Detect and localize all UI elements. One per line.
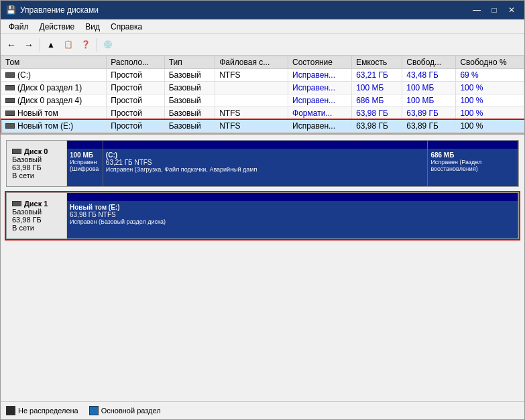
partition-size: 686 МБ — [430, 151, 515, 159]
table-cell: 63,89 ГБ — [402, 120, 456, 133]
col-rasp[interactable]: Располо... — [107, 56, 165, 69]
table-cell: Простой — [107, 120, 165, 133]
partition-size: 63,21 ГБ NTFS — [106, 159, 425, 166]
table-cell: Исправен... — [288, 120, 352, 133]
table-cell: 100 МБ — [402, 82, 456, 94]
table-cell: 100 % — [456, 82, 524, 94]
table-cell: 100 % — [456, 94, 524, 107]
disk-status: В сети — [12, 171, 61, 180]
table-cell: NTFS — [215, 107, 288, 120]
table-cell: Базовый — [164, 120, 215, 133]
toolbar-sep1 — [40, 38, 40, 52]
table-row[interactable]: Новый том (E:)ПростойБазовыйNTFSИсправен… — [1, 120, 524, 133]
partition-size: 100 МБ — [70, 151, 100, 159]
menu-file[interactable]: Файл — [3, 21, 34, 33]
window-title: Управление дисками — [20, 5, 99, 15]
maximize-button[interactable]: □ — [487, 4, 502, 16]
disk-row[interactable]: Диск 0 Базовый 63,98 ГБ В сети 100 МБИсп… — [6, 140, 519, 187]
menu-view[interactable]: Вид — [80, 21, 105, 33]
menu-action[interactable]: Действие — [34, 21, 80, 33]
partition-body: Новый том (E:)63,98 ГБ NTFSИсправен (Баз… — [67, 201, 518, 238]
title-bar-left: 💾 Управление дисками — [6, 5, 99, 15]
col-free[interactable]: Свобод... — [402, 56, 456, 69]
table-row[interactable]: (Диск 0 раздел 4)ПростойБазовыйИсправен.… — [1, 94, 524, 107]
partition-size: 63,98 ГБ NTFS — [70, 211, 515, 218]
table-cell — [215, 82, 288, 94]
menu-help[interactable]: Справка — [105, 21, 148, 33]
disk-label-title: Диск 1 — [12, 200, 61, 208]
disk-label: Диск 1 Базовый 63,98 ГБ В сети — [7, 193, 67, 238]
legend-primary: Основной раздел — [89, 406, 161, 415]
table-cell: Базовый — [164, 94, 215, 107]
partition-header — [428, 141, 518, 149]
table-cell: Новый том — [1, 107, 107, 120]
table-row[interactable]: Новый томПростойБазовыйNTFSФормати...63,… — [1, 107, 524, 120]
col-cap[interactable]: Емкость — [352, 56, 402, 69]
toolbar-help[interactable]: ❓ — [78, 37, 94, 53]
minimize-button[interactable]: — — [469, 4, 484, 16]
col-type[interactable]: Тип — [164, 56, 215, 69]
partition-header — [67, 193, 518, 201]
partition-body: 100 МБИсправен (Шифрова — [67, 149, 103, 186]
partition-label: (C:) — [106, 151, 425, 159]
toolbar-back[interactable]: ← — [3, 37, 19, 53]
table-cell: 63,98 ГБ — [352, 120, 402, 133]
disk-table-section: Том Располо... Тип Файловая с... Состоян… — [1, 56, 524, 135]
col-fs[interactable]: Файловая с... — [215, 56, 288, 69]
table-row[interactable]: (C:)ПростойБазовыйNTFSИсправен...63,21 Г… — [1, 69, 524, 82]
table-cell: Базовый — [164, 107, 215, 120]
table-cell — [215, 94, 288, 107]
toolbar-up[interactable]: ▲ — [43, 37, 59, 53]
partition[interactable]: 686 МБИсправен (Раздел восстановления) — [428, 141, 518, 186]
table-cell: (C:) — [1, 69, 107, 82]
table-cell: 63,21 ГБ — [352, 69, 402, 82]
legend-unallocated: Не распределена — [6, 406, 78, 415]
partition[interactable]: (C:)63,21 ГБ NTFSИсправен (Загрузка, Фай… — [103, 141, 428, 186]
table-cell: 100 % — [456, 120, 524, 133]
col-state[interactable]: Состояние — [288, 56, 352, 69]
partition-header — [103, 141, 428, 149]
disk-partitions: 100 МБИсправен (Шифрова(C:)63,21 ГБ NTFS… — [67, 141, 518, 186]
table-cell: 100 МБ — [402, 94, 456, 107]
disk-size: 63,98 ГБ — [12, 216, 61, 224]
legend-primary-label: Основной раздел — [101, 407, 161, 415]
table-cell: Базовый — [164, 82, 215, 94]
table-cell: Базовый — [164, 69, 215, 82]
table-cell: 100 МБ — [352, 82, 402, 94]
main-window: 💾 Управление дисками — □ ✕ Файл Действие… — [0, 0, 525, 420]
disk-label-title: Диск 0 — [12, 147, 61, 155]
disk-row[interactable]: Диск 1 Базовый 63,98 ГБ В сети Новый том… — [6, 192, 519, 239]
partition-status: Исправен (Загрузка, Файл подкачки, Авари… — [106, 166, 425, 173]
table-cell: 43,48 ГБ — [402, 69, 456, 82]
table-cell: Простой — [107, 82, 165, 94]
title-controls: — □ ✕ — [469, 4, 519, 16]
close-button[interactable]: ✕ — [504, 4, 519, 16]
partition-body: 686 МБИсправен (Раздел восстановления) — [428, 149, 518, 186]
menu-bar: Файл Действие Вид Справка — [1, 19, 524, 34]
table-cell: (Диск 0 раздел 4) — [1, 94, 107, 107]
toolbar-sep2 — [97, 38, 97, 52]
disk-status: В сети — [12, 224, 61, 232]
main-content: Том Располо... Тип Файловая с... Состоян… — [1, 56, 524, 419]
table-cell: Простой — [107, 107, 165, 120]
toolbar-forward[interactable]: → — [21, 37, 37, 53]
table-cell: 69 % — [456, 69, 524, 82]
table-cell: Исправен... — [288, 94, 352, 107]
table-cell: NTFS — [215, 120, 288, 133]
table-cell: Новый том (E:) — [1, 120, 107, 133]
partition-status: Исправен (Базовый раздел диска) — [70, 218, 515, 225]
col-freepct[interactable]: Свободно % — [456, 56, 524, 69]
partition[interactable]: Новый том (E:)63,98 ГБ NTFSИсправен (Баз… — [67, 193, 518, 238]
table-cell: (Диск 0 раздел 1) — [1, 82, 107, 94]
toolbar-disk[interactable]: 💿 — [100, 37, 116, 53]
partition[interactable]: 100 МБИсправен (Шифрова — [67, 141, 103, 186]
toolbar-properties[interactable]: 📋 — [60, 37, 76, 53]
legend-primary-box — [89, 406, 99, 415]
table-cell: 686 МБ — [352, 94, 402, 107]
disk-type: Базовый — [12, 155, 61, 163]
table-cell: 100 % — [456, 107, 524, 120]
legend-unallocated-label: Не распределена — [18, 407, 78, 415]
table-row[interactable]: (Диск 0 раздел 1)ПростойБазовыйИсправен.… — [1, 82, 524, 94]
col-tom[interactable]: Том — [1, 56, 107, 69]
table-cell: Исправен... — [288, 69, 352, 82]
